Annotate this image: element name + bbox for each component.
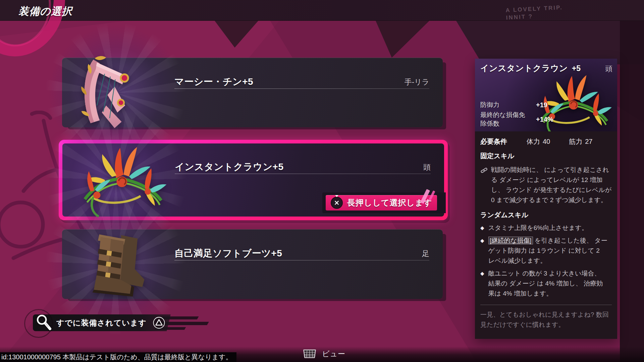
diamond-bullet-icon: ◆ (480, 268, 484, 299)
equipment-select-screen: 装備の選択 A LOVELY TRIP. INNIT ? マーシー・チン+5 手… (0, 0, 644, 362)
requirement-stamina: 体力40 (527, 137, 550, 146)
stat-list: 防御力 +19 最終的な損傷免除係数 +14% (480, 101, 564, 128)
view-label: ビュー (322, 349, 345, 359)
boots-icon (79, 228, 156, 300)
hold-progress-marker (335, 195, 338, 197)
title-underline (174, 88, 429, 89)
view-button-hint[interactable]: ビュー (302, 349, 345, 359)
equipment-slot-label: 足 (422, 249, 429, 259)
build-id-banner: id:13001000000795 本製品はテスト版のため、品質は最終版と異なり… (0, 352, 236, 362)
requirements-title: 必要条件 (480, 137, 507, 146)
cross-button-icon (331, 197, 343, 209)
page-title: 装備の選択 (18, 4, 72, 18)
stat-value: +19 (536, 101, 564, 109)
requirement-strength: 筋力27 (569, 137, 592, 146)
random-skill-item: ◆ [継続的な損傷] を引き起こした後、 ターゲット防御力 は 1ラウンド に対… (480, 236, 612, 266)
stat-value: +14% (536, 115, 564, 124)
fixed-skill-entry: 戦闘の開始時に、 によって引き起こされる ダメージ によってレベルが 12 増加… (480, 165, 612, 205)
stat-label: 防御力 (480, 101, 531, 109)
flavor-text: 一見、とてもおしゃれに見えますよね? 数回見ただけですぐに慣れます。 (480, 310, 612, 330)
equipment-slot-label: 手-リラ (405, 77, 429, 87)
random-skill-item: ◆ 敵ユニット の数が 3 より大きい場合、 結果の ダメージ は 4% 増加し… (480, 268, 612, 299)
equipment-card-soft-boots[interactable]: 自己満足ソフトブーツ+5 足 (62, 229, 443, 299)
divider (480, 305, 612, 305)
random-skill-item: ◆ スタミナ上限を6%向上させます。 (480, 223, 612, 233)
magnifier-icon (35, 313, 53, 332)
touchpad-icon (302, 349, 317, 359)
fixed-skill-text: 戦闘の開始時に、 によって引き起こされる ダメージ によってレベルが 12 増加… (491, 165, 612, 205)
background-wedge (456, 21, 644, 64)
random-skill-text: 敵ユニット の数が 3 より大きい場合、 結果の ダメージ は 4% 増加し、 … (488, 268, 608, 299)
stat-label: 最終的な損傷免除係数 (480, 111, 531, 128)
graffiti-text: A LOVELY TRIP. INNIT ? (505, 4, 564, 22)
random-skill-text: [継続的な損傷] を引き起こした後、 ターゲット防御力 は 1ラウンド に対して… (488, 236, 608, 266)
hold-to-select-button[interactable]: 長押しして選択します (326, 195, 437, 210)
title-underline (174, 260, 429, 260)
item-detail-panel: インスタントクラウン +5 頭 防御力 +19 最終的な損傷免除係数 +14% … (475, 59, 617, 339)
fixed-skill-title: 固定スキル (480, 152, 612, 161)
detail-header: インスタントクラウン +5 頭 防御力 +19 最終的な損傷免除係数 +14% (475, 59, 617, 131)
random-skill-text: スタミナ上限を6%向上させます。 (488, 223, 608, 233)
build-id-text: id:13001000000795 本製品はテスト版のため、品質は最終版と異なり… (1, 353, 232, 362)
detail-item-name: インスタントクラウン (480, 63, 568, 74)
tooltip-text: すでに装備されています (56, 318, 147, 328)
diamond-bullet-icon: ◆ (480, 236, 484, 266)
diamond-bullet-icon: ◆ (480, 223, 484, 233)
chain-link-icon (480, 167, 488, 174)
hold-button-backing: 長押しして選択します (322, 192, 446, 213)
hold-button-label: 長押しして選択します (347, 197, 432, 208)
background-edge (620, 0, 644, 362)
random-skill-title: ランダムスキル (480, 210, 612, 220)
title-underline (175, 174, 431, 174)
skill-keyword: [継続的な損傷] (488, 237, 533, 244)
detail-enhance-level: +5 (572, 64, 581, 73)
equipment-name: マーシー・チン+5 (174, 75, 253, 88)
detail-body: 必要条件 体力40 筋力27 固定スキル 戦闘の開始時に、 によって引き起こされ… (475, 131, 617, 339)
equipment-name: インスタントクラウン+5 (175, 161, 284, 173)
triangle-button-icon[interactable] (153, 316, 165, 329)
requirements-row: 必要条件 体力40 筋力27 (480, 137, 612, 146)
already-equipped-tooltip: すでに装備されています (33, 314, 171, 331)
detail-slot-label: 頭 (605, 64, 612, 73)
equipment-slot-label: 頭 (423, 162, 431, 172)
equipment-name: 自己満足ソフトブーツ+5 (174, 247, 282, 260)
random-skill-list: ◆ スタミナ上限を6%向上させます。 ◆ [継続的な損傷] を引き起こした後、 … (480, 223, 612, 299)
